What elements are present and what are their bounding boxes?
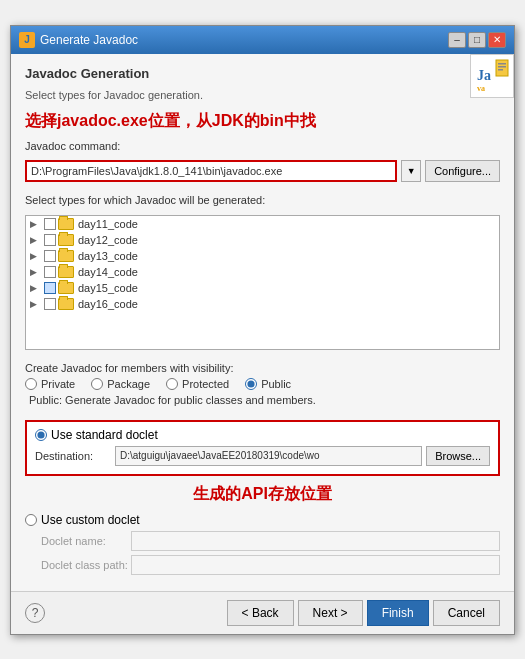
doclet-classpath-row: Doclet class path: [41,555,500,575]
custom-doclet-label: Use custom doclet [41,513,140,527]
folder-icon [58,218,74,230]
tree-label: day16_code [78,298,138,310]
tree-label: day11_code [78,218,138,230]
doclet-name-input[interactable] [131,531,500,551]
radio-protected-label: Protected [182,378,229,390]
radio-public[interactable]: Public [245,378,291,390]
custom-radio-row: Use custom doclet [25,513,500,527]
dialog-content: Ja va Javadoc Generation Select types fo… [11,54,514,591]
tree-checkbox[interactable] [44,234,56,246]
public-note: Public: Generate Javadoc for public clas… [29,394,500,406]
tree-checkbox[interactable] [44,250,56,262]
radio-protected[interactable]: Protected [166,378,229,390]
bottom-bar: ? < Back Next > Finish Cancel [11,591,514,634]
folder-icon [58,282,74,294]
next-button[interactable]: Next > [298,600,363,626]
custom-doclet-radio[interactable] [25,514,37,526]
help-button[interactable]: ? [25,603,45,623]
destination-row: Destination: Browse... [35,446,490,466]
section-title: Javadoc Generation [25,66,500,81]
tree-checkbox[interactable] [44,266,56,278]
folder-icon [58,266,74,278]
close-button[interactable]: ✕ [488,32,506,48]
visibility-section: Create Javadoc for members with visibili… [25,362,500,410]
tree-arrow: ▶ [30,267,42,277]
svg-rect-6 [498,69,503,71]
svg-rect-3 [496,60,508,76]
tree-label: day12_code [78,234,138,246]
tree-arrow: ▶ [30,235,42,245]
tree-item[interactable]: ▶ day14_code [26,264,499,280]
radio-package[interactable]: Package [91,378,150,390]
folder-icon [58,234,74,246]
radio-private-label: Private [41,378,75,390]
annotation-text-2: 生成的API存放位置 [25,484,500,505]
title-bar: J Generate Javadoc – □ ✕ [11,26,514,54]
section-subtitle: Select types for Javadoc generation. [25,89,500,101]
types-label: Select types for which Javadoc will be g… [25,194,500,206]
standard-doclet-label: Use standard doclet [51,428,158,442]
svg-rect-4 [498,63,506,65]
browse-button[interactable]: Browse... [426,446,490,466]
title-bar-left: J Generate Javadoc [19,32,138,48]
cancel-button[interactable]: Cancel [433,600,500,626]
tree-item[interactable]: ▶ day15_code [26,280,499,296]
doclet-name-row: Doclet name: [41,531,500,551]
standard-doclet-radio[interactable] [35,429,47,441]
radio-package-input[interactable] [91,378,103,390]
doclet-name-label: Doclet name: [41,535,131,547]
title-controls: – □ ✕ [448,32,506,48]
command-dropdown[interactable]: ▼ [401,160,421,182]
svg-rect-5 [498,66,506,68]
tree-item[interactable]: ▶ day12_code [26,232,499,248]
radio-private[interactable]: Private [25,378,75,390]
tree-checkbox[interactable] [44,218,56,230]
command-label: Javadoc command: [25,140,500,152]
radio-protected-input[interactable] [166,378,178,390]
tree-checkbox[interactable] [44,298,56,310]
radio-public-input[interactable] [245,378,257,390]
svg-text:va: va [477,84,485,93]
maximize-button[interactable]: □ [468,32,486,48]
tree-item[interactable]: ▶ day13_code [26,248,499,264]
title-text: Generate Javadoc [40,33,138,47]
dialog-icon: J [19,32,35,48]
tree-label: day15_code [78,282,138,294]
doclet-classpath-input[interactable] [131,555,500,575]
custom-fields: Doclet name: Doclet class path: [25,531,500,575]
tree-arrow: ▶ [30,251,42,261]
configure-button[interactable]: Configure... [425,160,500,182]
tree-arrow: ▶ [30,299,42,309]
tree-arrow: ▶ [30,283,42,293]
generate-javadoc-dialog: J Generate Javadoc – □ ✕ Ja va Javadoc G… [10,25,515,635]
tree-item[interactable]: ▶ day16_code [26,296,499,312]
standard-radio-container: Use standard doclet [35,428,490,442]
javadoc-logo: Ja va [470,54,514,98]
tree-checkbox[interactable] [44,282,56,294]
command-row: ▼ Configure... [25,160,500,182]
tree-label: day14_code [78,266,138,278]
folder-icon [58,298,74,310]
visibility-label: Create Javadoc for members with visibili… [25,362,500,374]
radio-public-label: Public [261,378,291,390]
destination-input[interactable] [115,446,422,466]
standard-doclet-section: Use standard doclet Destination: Browse.… [25,420,500,476]
doclet-classpath-label: Doclet class path: [41,559,131,571]
radio-row: Private Package Protected Public [25,378,500,390]
radio-package-label: Package [107,378,150,390]
minimize-button[interactable]: – [448,32,466,48]
types-tree[interactable]: ▶ day11_code ▶ day12_code ▶ day13_code ▶ [25,215,500,350]
tree-arrow: ▶ [30,219,42,229]
back-button[interactable]: < Back [227,600,294,626]
custom-doclet-section: Use custom doclet Doclet name: Doclet cl… [25,513,500,579]
tree-item[interactable]: ▶ day11_code [26,216,499,232]
svg-text:Ja: Ja [477,68,491,83]
command-input[interactable] [25,160,397,182]
destination-label: Destination: [35,450,115,462]
nav-buttons: < Back Next > Finish Cancel [227,600,500,626]
finish-button[interactable]: Finish [367,600,429,626]
tree-label: day13_code [78,250,138,262]
radio-private-input[interactable] [25,378,37,390]
folder-icon [58,250,74,262]
annotation-text-1: 选择javadoc.exe位置，从JDK的bin中找 [25,111,500,132]
